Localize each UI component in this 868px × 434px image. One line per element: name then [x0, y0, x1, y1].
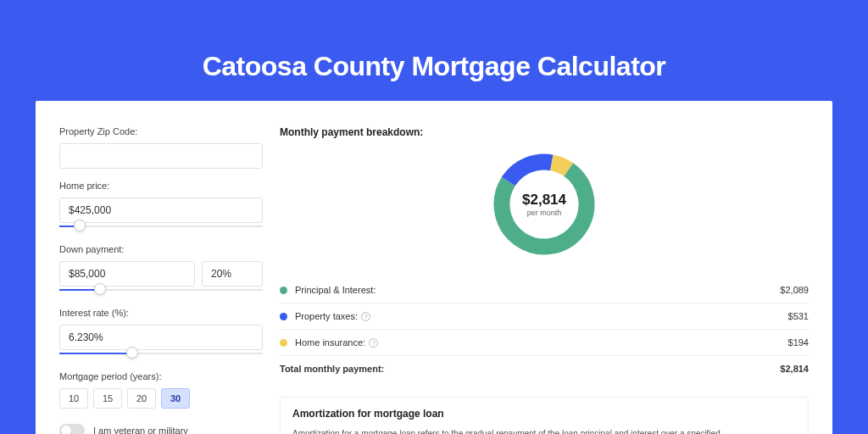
zip-label: Property Zip Code: [59, 126, 263, 136]
amortization-text: Amortization for a mortgage loan refers … [292, 428, 796, 434]
card-wrap: Property Zip Code: Home price: Down paym… [0, 101, 868, 434]
donut-total: $2,814 [522, 192, 566, 209]
zip-input[interactable] [59, 143, 263, 169]
card-outer: Property Zip Code: Home price: Down paym… [36, 101, 832, 434]
down-payment-input[interactable] [59, 261, 195, 287]
donut-chart: $2,814 per month [490, 150, 598, 259]
period-btn-15[interactable]: 15 [93, 388, 122, 409]
legend-row-principal: Principal & Interest: $2,089 [280, 277, 809, 303]
field-home-price: Home price: [59, 181, 263, 232]
period-btn-30[interactable]: 30 [161, 388, 190, 409]
page-root: Catoosa County Mortgage Calculator Prope… [0, 0, 868, 434]
home-price-input[interactable] [59, 198, 263, 223]
help-icon[interactable]: ? [369, 338, 378, 348]
veteran-toggle[interactable] [59, 424, 85, 434]
legend-row-total: Total monthly payment: $2,814 [280, 356, 809, 381]
legend-label: Property taxes: ? [295, 311, 788, 321]
dot-icon [280, 339, 287, 347]
legend: Principal & Interest: $2,089 Property ta… [280, 277, 809, 381]
down-payment-slider[interactable] [59, 286, 263, 296]
amortization-box: Amortization for mortgage loan Amortizat… [280, 397, 809, 434]
legend-label: Principal & Interest: [295, 285, 780, 295]
donut-wrap: $2,814 per month [280, 150, 809, 259]
down-payment-pct-input[interactable] [202, 261, 263, 287]
legend-row-taxes: Property taxes: ? $531 [280, 303, 809, 330]
legend-value: $2,089 [780, 285, 809, 295]
field-zip: Property Zip Code: [59, 126, 263, 169]
dot-icon [280, 313, 287, 320]
legend-total-value: $2,814 [780, 364, 809, 374]
field-period: Mortgage period (years): 10 15 20 30 [59, 371, 263, 409]
slider-thumb[interactable] [126, 347, 138, 359]
toggle-knob [61, 426, 71, 434]
legend-label: Home insurance: ? [295, 337, 788, 348]
home-price-slider[interactable] [59, 222, 263, 232]
veteran-label: I am veteran or military [93, 426, 188, 434]
legend-value: $194 [788, 337, 809, 348]
legend-total-label: Total monthly payment: [280, 364, 780, 374]
donut-center: $2,814 per month [522, 192, 566, 217]
slider-thumb[interactable] [94, 283, 106, 295]
page-title: Catoosa County Mortgage Calculator [0, 0, 868, 101]
breakdown-title: Monthly payment breakdown: [280, 126, 809, 138]
period-btn-10[interactable]: 10 [59, 388, 88, 409]
field-down-payment: Down payment: [59, 244, 263, 296]
home-price-label: Home price: [59, 181, 263, 191]
interest-label: Interest rate (%): [59, 308, 263, 318]
dot-icon [280, 287, 287, 294]
legend-row-insurance: Home insurance: ? $194 [280, 330, 809, 356]
calculator-card: Property Zip Code: Home price: Down paym… [41, 106, 827, 434]
slider-thumb[interactable] [74, 220, 86, 231]
donut-sub: per month [522, 209, 566, 217]
legend-value: $531 [788, 311, 809, 321]
down-payment-label: Down payment: [59, 244, 263, 254]
form-panel: Property Zip Code: Home price: Down paym… [59, 126, 263, 434]
amortization-title: Amortization for mortgage loan [292, 408, 796, 420]
veteran-row: I am veteran or military [59, 424, 263, 434]
help-icon[interactable]: ? [361, 312, 370, 321]
interest-slider[interactable] [59, 349, 263, 359]
breakdown-panel: Monthly payment breakdown: $2,814 per mo… [280, 126, 809, 434]
period-label: Mortgage period (years): [59, 371, 263, 381]
field-interest: Interest rate (%): [59, 308, 263, 359]
period-btn-20[interactable]: 20 [127, 388, 156, 409]
interest-input[interactable] [59, 325, 263, 350]
period-options: 10 15 20 30 [59, 388, 263, 409]
